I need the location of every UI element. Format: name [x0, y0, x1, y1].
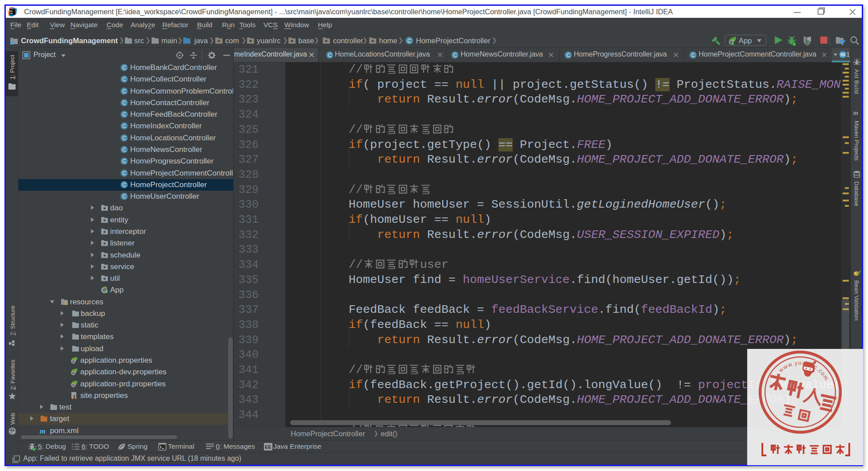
svg-text:EE: EE [265, 444, 272, 450]
svg-text:m: m [853, 109, 858, 116]
svg-text:C: C [407, 38, 411, 44]
svg-text:IJ: IJ [10, 10, 12, 12]
svg-text:m: m [40, 427, 45, 434]
